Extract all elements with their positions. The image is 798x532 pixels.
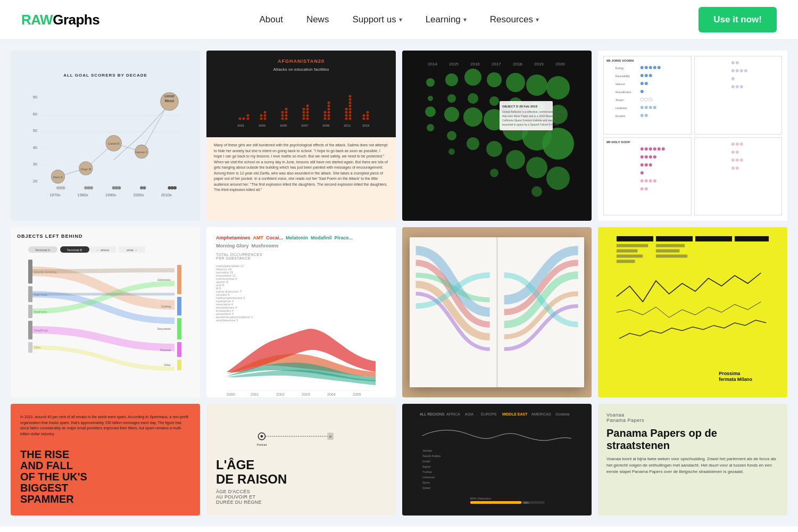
- svg-point-216: [735, 167, 738, 170]
- svg-point-190: [653, 147, 656, 151]
- nav-support-us[interactable]: Support us ▾: [343, 10, 411, 29]
- svg-point-197: [641, 163, 644, 167]
- svg-point-60: [264, 118, 267, 120]
- svg-point-87: [324, 114, 327, 117]
- gallery-item-book-spread[interactable]: [402, 227, 592, 397]
- article-body: Voanaa toont al bijna twee weken voor op…: [606, 456, 779, 475]
- svg-text:2009: 2009: [322, 124, 330, 127]
- svg-point-96: [349, 98, 352, 101]
- svg-text:fermata Milano: fermata Milano: [719, 377, 752, 382]
- sankey-chart: Terminal A Terminal B ← where what → Sec…: [17, 241, 194, 390]
- nav-learning[interactable]: Learning ▾: [416, 10, 476, 29]
- svg-text:60: 60: [33, 111, 37, 116]
- svg-text:Other: Other: [164, 363, 171, 367]
- gallery-item-afghanistan[interactable]: Afghanistan20 Attacks on education facil…: [206, 51, 396, 221]
- svg-point-94: [349, 105, 352, 107]
- svg-text:2014: 2014: [428, 62, 437, 66]
- gallery-item-iir[interactable]: IIR JORIS VOORN Energy Danceability Vale…: [598, 51, 787, 221]
- svg-rect-229: [28, 342, 32, 353]
- svg-point-207: [731, 143, 734, 146]
- svg-rect-288: [470, 501, 521, 504]
- svg-point-69: [281, 114, 284, 117]
- svg-point-114: [428, 96, 433, 101]
- svg-point-76: [306, 105, 309, 107]
- svg-point-95: [349, 102, 352, 104]
- svg-point-202: [645, 179, 648, 182]
- svg-text:Israel: Israel: [422, 460, 430, 463]
- svg-text:Energy: Energy: [616, 66, 624, 70]
- svg-text:2000s: 2000s: [133, 192, 144, 197]
- svg-text:Clothing: Clothing: [161, 305, 171, 308]
- svg-text:2003: 2003: [259, 124, 266, 127]
- svg-point-179: [731, 69, 734, 72]
- article-headline: Panama Papers op de straatstenen: [606, 427, 779, 452]
- dot-chart: 2001 2003 2005 2007 2009 2011 2019: [232, 76, 370, 129]
- sub-chart-empty: [694, 56, 783, 135]
- svg-text:Valence: Valence: [616, 82, 625, 86]
- svg-text:2001: 2001: [237, 124, 245, 127]
- svg-point-74: [306, 111, 309, 114]
- book-left-page: [410, 237, 497, 387]
- gallery-item-region-countries[interactable]: ALL REGIONS AFRICA ASIA EUROPE MIDDLE EA…: [402, 404, 592, 516]
- chevron-down-icon: ▾: [399, 16, 402, 23]
- svg-text:2018: 2018: [513, 62, 522, 66]
- gallery-item-satellites[interactable]: 2014 2015 2016 2017 2018 2019 2020: [402, 51, 592, 221]
- svg-point-129: [486, 141, 502, 157]
- svg-point-191: [658, 147, 661, 151]
- svg-text:2005: 2005: [353, 393, 361, 396]
- svg-point-58: [247, 114, 250, 117]
- use-it-now-button[interactable]: Use it now!: [699, 7, 777, 32]
- svg-point-89: [345, 118, 348, 120]
- svg-point-90: [349, 118, 352, 120]
- svg-text:69% Detection: 69% Detection: [470, 497, 491, 500]
- item-body-text: Many of these girls are still burdened w…: [206, 137, 396, 221]
- gallery-item-age-de-raison[interactable]: Portrait R L'ÂGEDE RAISON ÂGE D'ACCÈSAU …: [206, 404, 396, 516]
- svg-point-213: [735, 159, 738, 162]
- gallery-item-panama-papers[interactable]: VoanaaPanama Papers Panama Papers op de …: [598, 404, 787, 516]
- svg-rect-227: [28, 305, 32, 318]
- gallery-item-objects-left-behind[interactable]: OBJECTS LEFT BEHIND Terminal A Terminal …: [11, 227, 200, 397]
- svg-text:2015: 2015: [449, 62, 459, 66]
- svg-text:1970s: 1970s: [49, 192, 60, 197]
- gallery-item-uk-spammer[interactable]: In 2010, around 40 per cent of all email…: [11, 404, 200, 516]
- svg-point-36: [62, 186, 65, 189]
- svg-point-63: [260, 114, 263, 117]
- svg-point-203: [649, 179, 652, 182]
- svg-point-102: [367, 118, 369, 120]
- svg-point-155: [645, 66, 648, 69]
- svg-point-97: [349, 95, 352, 98]
- nav-news[interactable]: News: [297, 10, 339, 29]
- svg-text:AMERICAS: AMERICAS: [531, 412, 551, 416]
- svg-point-86: [328, 102, 330, 104]
- svg-point-125: [467, 137, 479, 150]
- svg-rect-237: [177, 318, 181, 339]
- svg-text:2002: 2002: [276, 393, 285, 396]
- svg-text:that uses Mylar Paper and is a: that uses Mylar Paper and is a 2019 Rese…: [502, 114, 560, 118]
- svg-point-138: [526, 157, 547, 178]
- gallery-item-goal-scorers[interactable]: ALL GOAL SCORERS BY DECADE 90 60 50 40 3…: [11, 51, 200, 221]
- gallery-item-drugs[interactable]: Amphetamines AMT Cocai... Melatonin Moda…: [206, 227, 396, 397]
- svg-text:40: 40: [33, 145, 37, 149]
- logo[interactable]: RAWGraphs: [21, 12, 99, 28]
- svg-point-156: [649, 66, 652, 69]
- gallery-row-2: OBJECTS LEFT BEHIND Terminal A Terminal …: [11, 227, 787, 397]
- nav-resources[interactable]: Resources ▾: [480, 10, 548, 29]
- gallery-item-milano[interactable]: Prossima fermata Milano: [598, 227, 787, 397]
- svg-point-122: [464, 69, 481, 86]
- chart-title: OBJECTS LEFT BEHIND: [17, 234, 194, 239]
- svg-point-92: [349, 111, 352, 114]
- sub-chart-joris-voorn: IIR JORIS VOORN Energy Danceability Vale…: [603, 56, 692, 135]
- item-label: Afghanistan20: [278, 59, 325, 64]
- nav-about[interactable]: About: [250, 10, 292, 29]
- svg-text:2011: 2011: [344, 124, 351, 127]
- svg-point-82: [328, 114, 330, 117]
- chevron-down-icon: ▾: [536, 16, 539, 23]
- svg-text:← where: ← where: [96, 248, 110, 252]
- svg-rect-235: [177, 265, 181, 294]
- svg-text:Lionel: Lionel: [164, 94, 174, 98]
- svg-point-182: [744, 69, 747, 72]
- svg-point-198: [645, 163, 648, 167]
- svg-point-158: [658, 66, 661, 69]
- svg-point-103: [367, 114, 369, 117]
- svg-point-173: [649, 106, 652, 109]
